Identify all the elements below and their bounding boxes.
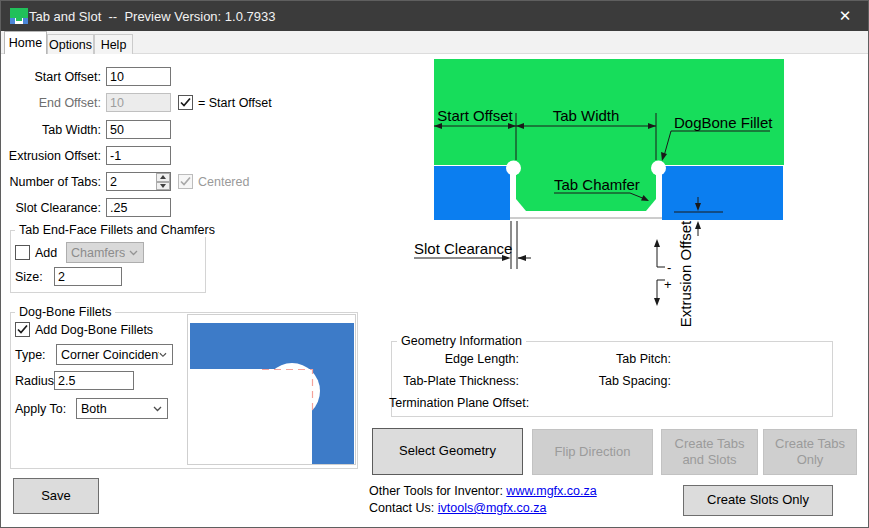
extrusion-direction-indicator: - + [654,239,672,306]
contact-us-label: Contact Us: [369,501,434,515]
spin-down-button[interactable] [156,182,170,191]
tab-strip: Home Options Help [1,31,868,54]
flip-direction-button[interactable]: Flip Direction [532,429,653,475]
edge-length-label: Edge Length: [389,352,519,366]
tab-width-input[interactable] [106,120,171,139]
end-face-type-dropdown[interactable]: Chamfers [66,242,144,263]
tab-options[interactable]: Options [47,34,94,54]
tab-width-dim-label: Tab Width [553,107,620,124]
other-tools-label: Other Tools for Inventor: [369,484,503,498]
apply-to-dropdown[interactable]: Both [76,398,168,419]
plus-direction-label: + [664,277,672,292]
dogbone-preview-image [188,315,355,464]
title-bar: Tab and Slot -- Preview Version: 1.0.793… [1,1,868,31]
app-icon [10,8,28,24]
check-icon [178,95,193,110]
radius-label: Radius: [15,374,57,388]
extrusion-offset-label: Extrusion Offset: [3,149,101,163]
add-dogbone-checkbox[interactable] [15,322,30,337]
tab-help[interactable]: Help [94,34,133,54]
start-offset-input[interactable] [106,67,171,86]
triangle-down-icon [160,184,166,188]
close-button[interactable]: ✕ [822,1,868,31]
dogbone-fillet-label: DogBone Fillet [674,114,773,131]
extrusion-offset-input[interactable] [106,146,171,165]
preview-plate-top [190,323,320,369]
tab-width-label: Tab Width: [3,123,101,137]
slot-clearance-label: Slot Clearance [414,240,512,257]
create-tabs-and-slots-button[interactable]: Create Tabs and Slots [661,429,758,475]
triangle-up-icon [160,175,166,179]
radius-input[interactable] [54,371,134,390]
geometry-info-title: Geometry Information [397,334,526,348]
add-end-face-checkbox[interactable] [15,245,30,260]
centered-label: Centered [198,175,249,189]
contact-email-link[interactable]: ivtools@mgfx.co.za [438,501,547,515]
number-of-tabs-label: Number of Tabs: [3,175,101,189]
start-offset-label: Start Offset: [3,70,101,84]
tab-chamfer-label: Tab Chamfer [554,176,640,193]
number-of-tabs-stepper[interactable]: 2 [106,172,171,191]
minus-direction-label: - [667,260,671,275]
size-label: Size: [15,270,43,284]
chevron-down-icon [159,352,167,358]
start-offset-dim-label: Start Offset [437,107,513,124]
tab-spacing-label: Tab Spacing: [559,374,671,388]
create-slots-only-button[interactable]: Create Slots Only [683,485,833,516]
end-offset-input[interactable] [106,93,171,112]
tab-slot-diagram: Start Offset Tab Width DogBone Fillet Ta… [381,56,863,331]
window-title: Tab and Slot -- Preview Version: 1.0.793… [29,9,275,24]
equals-start-offset-checkbox[interactable] [178,95,193,110]
dogbone-circle-right [651,161,666,176]
website-link[interactable]: www.mgfx.co.za [506,484,596,498]
slot-clearance-input[interactable] [106,198,171,217]
diagram-plates [434,59,784,220]
chevron-down-icon [153,406,162,412]
check-icon [178,174,193,189]
save-button[interactable]: Save [13,478,99,514]
dogbone-preview-panel [187,314,356,465]
apply-to-label: Apply To: [15,402,66,416]
tab-home[interactable]: Home [4,31,47,54]
slot-clearance-label: Slot Clearance: [3,201,101,215]
tab-plate-thickness-label: Tab-Plate Thickness: [389,374,519,388]
preview-dogbone-circle [264,363,320,419]
slot-plate-left [434,166,510,220]
centered-checkbox[interactable] [178,174,193,189]
add-end-face-label: Add [35,246,57,260]
slot-clearance-dimension: Slot Clearance [414,221,531,269]
dogbone-type-label: Type: [15,348,46,362]
check-icon [15,322,30,337]
footer: Other Tools for Inventor: www.mgfx.co.za… [369,483,597,517]
number-of-tabs-value: 2 [110,175,117,189]
chevron-down-icon [129,250,138,256]
add-dogbone-label: Add Dog-Bone Fillets [35,323,153,337]
end-offset-label: End Offset: [3,96,101,110]
extrusion-offset-label: Extrusion Offset [677,220,694,327]
app-window: Tab and Slot -- Preview Version: 1.0.793… [0,0,869,528]
end-face-group-title: Tab End-Face Fillets and Chamfers [15,223,219,237]
tab-pitch-label: Tab Pitch: [559,352,671,366]
dogbone-group-title: Dog-Bone Fillets [15,305,115,319]
dogbone-circle-left [506,161,521,176]
spin-up-button[interactable] [156,173,170,182]
size-input[interactable] [54,267,122,286]
equals-start-offset-label: = Start Offset [198,96,272,110]
select-geometry-button[interactable]: Select Geometry [372,428,523,475]
dogbone-type-dropdown[interactable]: Corner Coincident F [56,344,173,365]
create-tabs-only-button[interactable]: Create Tabs Only [763,429,857,475]
termination-plane-offset-label: Termination Plane Offset: [389,396,521,410]
